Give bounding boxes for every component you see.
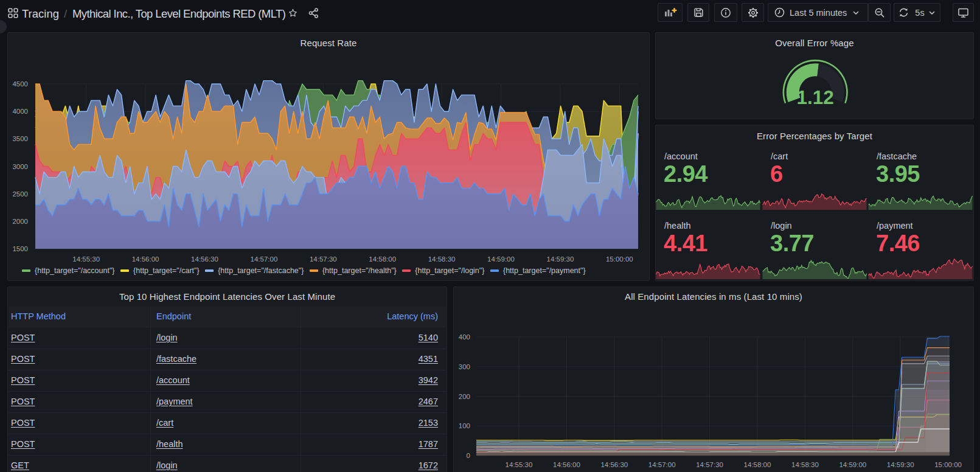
svg-text:14:57:30: 14:57:30 [310, 255, 337, 263]
svg-text:300: 300 [459, 363, 470, 370]
svg-text:14:59:30: 14:59:30 [887, 461, 914, 468]
svg-text:4000: 4000 [12, 108, 28, 115]
svg-text:14:55:30: 14:55:30 [72, 255, 100, 263]
svg-text:14:56:30: 14:56:30 [191, 255, 218, 263]
svg-text:14:58:30: 14:58:30 [428, 255, 456, 263]
svg-text:0: 0 [467, 452, 470, 459]
svg-text:15:00:00: 15:00:00 [934, 461, 962, 468]
svg-text:14:57:00: 14:57:00 [251, 255, 278, 263]
svg-text:14:56:30: 14:56:30 [600, 461, 628, 468]
svg-text:14:59:30: 14:59:30 [547, 255, 574, 263]
svg-text:14:55:30: 14:55:30 [506, 461, 533, 468]
svg-text:200: 200 [459, 393, 470, 400]
svg-text:14:58:00: 14:58:00 [369, 255, 396, 263]
svg-text:14:57:30: 14:57:30 [696, 461, 723, 468]
svg-text:400: 400 [459, 333, 470, 341]
svg-text:2500: 2500 [12, 190, 28, 198]
svg-text:4500: 4500 [12, 80, 28, 88]
svg-text:3000: 3000 [12, 163, 28, 170]
svg-text:14:58:00: 14:58:00 [744, 461, 771, 468]
svg-text:2000: 2000 [12, 218, 28, 225]
svg-text:15:00:00: 15:00:00 [606, 255, 633, 263]
svg-text:1500: 1500 [12, 245, 28, 252]
svg-text:14:56:00: 14:56:00 [553, 461, 580, 468]
svg-text:14:56:00: 14:56:00 [132, 255, 159, 263]
svg-text:100: 100 [459, 422, 470, 429]
svg-text:14:59:00: 14:59:00 [487, 255, 515, 263]
svg-text:1.12: 1.12 [797, 86, 834, 108]
svg-text:3500: 3500 [12, 135, 28, 142]
svg-text:14:58:30: 14:58:30 [791, 461, 819, 468]
svg-text:14:59:00: 14:59:00 [839, 461, 866, 468]
svg-text:14:57:00: 14:57:00 [648, 461, 676, 468]
